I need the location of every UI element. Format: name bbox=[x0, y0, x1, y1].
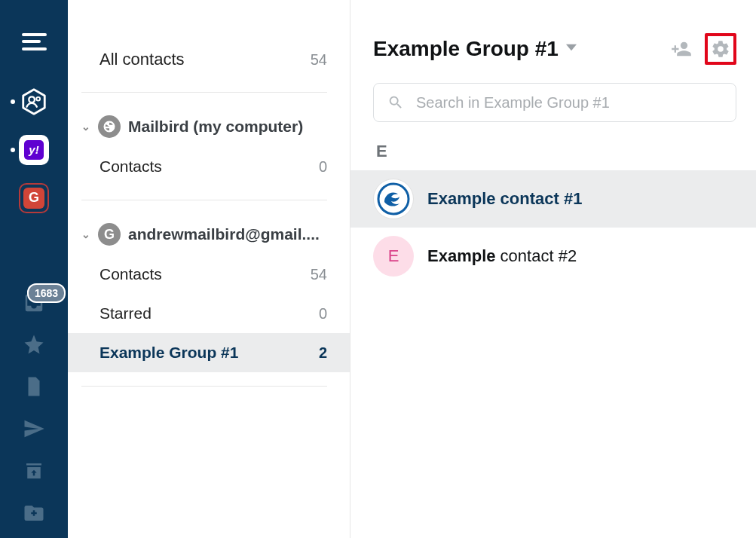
rail-sent[interactable] bbox=[17, 411, 51, 446]
add-person-icon bbox=[671, 38, 692, 60]
sidebar-account-gmail[interactable]: ⌄ G andrewmailbird@gmail.... bbox=[68, 214, 350, 255]
add-contact-button[interactable] bbox=[666, 33, 697, 65]
chevron-down-icon: ⌄ bbox=[81, 228, 90, 240]
sidebar-gmail-example-group[interactable]: Example Group #1 2 bbox=[68, 333, 350, 372]
contact-row[interactable]: E Example contact #2 bbox=[350, 228, 756, 285]
divider bbox=[81, 386, 327, 387]
contact-name: Example contact #1 bbox=[427, 189, 582, 209]
search-icon bbox=[387, 94, 404, 111]
gmail-account-label: andrewmailbird@gmail.... bbox=[128, 225, 327, 243]
sidebar-all-contacts[interactable]: All contacts 54 bbox=[68, 41, 350, 78]
archive-icon bbox=[23, 460, 45, 482]
rail-drafts[interactable] bbox=[17, 369, 51, 404]
search-box[interactable] bbox=[373, 83, 736, 122]
sidebar-item-count: 0 bbox=[319, 158, 327, 176]
avatar-letter: E bbox=[388, 246, 399, 266]
app-rail: y! G 1683 bbox=[0, 0, 68, 538]
yahoo-icon: y! bbox=[24, 140, 44, 160]
mailbird-account-icon bbox=[98, 115, 121, 138]
sidebar-account-mailbird[interactable]: ⌄ Mailbird (my computer) bbox=[68, 106, 350, 147]
rail-account-yahoo[interactable]: y! bbox=[19, 135, 49, 165]
section-letter: E bbox=[373, 142, 736, 161]
main-actions bbox=[666, 33, 736, 65]
group-settings-button[interactable] bbox=[705, 33, 736, 65]
contacts-sidebar: All contacts 54 ⌄ Mailbird (my computer)… bbox=[68, 0, 350, 538]
contacts-hex-icon bbox=[20, 87, 48, 116]
gmail-account-icon: G bbox=[98, 223, 121, 246]
contact-row[interactable]: Example contact #1 bbox=[350, 170, 756, 228]
group-title-dropdown[interactable]: Example Group #1 bbox=[373, 37, 577, 61]
contact-avatar bbox=[373, 179, 414, 219]
sidebar-gmail-starred[interactable]: Starred 0 bbox=[68, 294, 350, 333]
sidebar-item-count: 54 bbox=[311, 266, 327, 283]
contact-avatar: E bbox=[373, 236, 414, 277]
sidebar-item-label: Example Group #1 bbox=[99, 344, 238, 362]
svg-text:y!: y! bbox=[28, 143, 38, 156]
star-icon bbox=[23, 333, 45, 356]
sidebar-item-label: Contacts bbox=[99, 265, 162, 283]
all-contacts-label: All contacts bbox=[99, 50, 185, 69]
contact-list: Example contact #1 E Example contact #2 bbox=[350, 170, 756, 285]
rail-add-folder[interactable] bbox=[17, 496, 51, 530]
sidebar-mailbird-contacts[interactable]: Contacts 0 bbox=[68, 147, 350, 186]
unread-badge: 1683 bbox=[27, 283, 66, 303]
main-pane: Example Group #1 E bbox=[350, 0, 756, 538]
google-icon: G bbox=[23, 188, 44, 209]
divider bbox=[81, 92, 327, 93]
all-contacts-count: 54 bbox=[311, 51, 327, 69]
search-input[interactable] bbox=[416, 94, 722, 112]
sidebar-item-label: Starred bbox=[99, 304, 152, 322]
file-icon bbox=[23, 375, 45, 398]
rail-account-contacts[interactable] bbox=[19, 87, 49, 117]
rail-inbox[interactable]: 1683 bbox=[17, 286, 51, 320]
main-header: Example Group #1 bbox=[373, 33, 736, 65]
sidebar-item-count: 2 bbox=[319, 344, 327, 362]
folder-plus-icon bbox=[23, 502, 45, 524]
active-dot-icon bbox=[11, 99, 15, 104]
thunderbird-icon bbox=[377, 182, 410, 216]
contact-name: Example contact #2 bbox=[427, 246, 577, 266]
svg-point-1 bbox=[29, 96, 35, 102]
caret-down-icon bbox=[566, 42, 577, 56]
sidebar-item-count: 0 bbox=[319, 305, 327, 322]
divider bbox=[81, 200, 327, 200]
svg-point-2 bbox=[36, 97, 40, 101]
menu-button[interactable] bbox=[22, 33, 47, 50]
rail-archive[interactable] bbox=[17, 454, 51, 488]
active-dot-icon bbox=[11, 148, 15, 152]
gear-icon bbox=[711, 38, 730, 60]
rail-account-google[interactable]: G bbox=[19, 183, 49, 213]
group-title: Example Group #1 bbox=[373, 37, 559, 61]
sidebar-gmail-contacts[interactable]: Contacts 54 bbox=[68, 255, 350, 294]
send-icon bbox=[23, 417, 45, 440]
chevron-down-icon: ⌄ bbox=[81, 121, 90, 133]
sidebar-item-label: Contacts bbox=[99, 157, 162, 176]
mailbird-account-label: Mailbird (my computer) bbox=[128, 118, 327, 136]
rail-starred[interactable] bbox=[17, 327, 51, 362]
